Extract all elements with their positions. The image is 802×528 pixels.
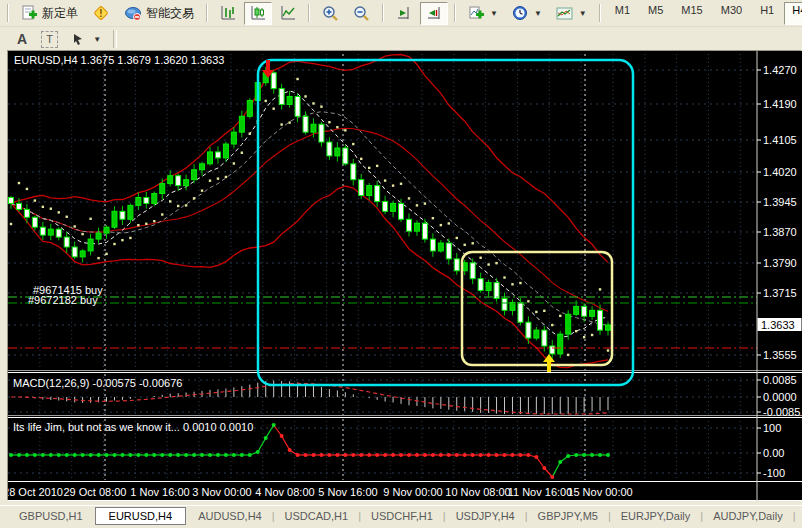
- chart-shift-icon: [426, 5, 442, 21]
- template-icon: [556, 6, 574, 21]
- toolbar-drawing: A T ▼: [0, 27, 802, 51]
- svg-text:10 Nov 08:00: 10 Nov 08:00: [445, 486, 510, 498]
- timeframe-button-m30[interactable]: M30: [713, 2, 750, 25]
- chart-tab-usdjpy[interactable]: USDJPY,H4: [447, 508, 524, 524]
- chart-tab-usdchf[interactable]: USDCHF,H1: [362, 508, 442, 524]
- svg-text:15 Nov 00:00: 15 Nov 00:00: [567, 486, 632, 498]
- candlestick-mode-button[interactable]: [244, 2, 272, 25]
- chart-tab-eurjpy[interactable]: EURJPY,Daily: [612, 508, 700, 524]
- indicators-button[interactable]: ▼: [462, 2, 504, 25]
- svg-text:1.3790: 1.3790: [763, 257, 797, 269]
- text-label-icon: T: [41, 31, 58, 48]
- zoom-in-button[interactable]: [316, 2, 345, 25]
- bar-chart-mode-button[interactable]: [214, 2, 242, 25]
- timeframe-button-m15[interactable]: M15: [673, 2, 710, 25]
- tab-separator: |: [358, 510, 361, 522]
- svg-text:0.00: 0.00: [763, 447, 784, 459]
- svg-text:1.4190: 1.4190: [763, 98, 797, 110]
- dropdown-caret-icon: ▼: [534, 9, 542, 18]
- svg-text:1.4020: 1.4020: [763, 166, 797, 178]
- svg-text:1 Nov 16:00: 1 Nov 16:00: [130, 486, 189, 498]
- svg-text:28 Oct 2010: 28 Oct 2010: [8, 486, 63, 498]
- clock-icon: [512, 5, 529, 22]
- line-chart-icon: [280, 5, 296, 21]
- svg-text:4 Nov 08:00: 4 Nov 08:00: [255, 486, 314, 498]
- text-tool-icon: A: [17, 31, 27, 47]
- timeframe-button-h4[interactable]: H4: [784, 2, 802, 25]
- svg-text:0.0085: 0.0085: [763, 374, 797, 386]
- zoom-out-icon: [353, 5, 370, 22]
- timeframe-group: M1M5M15M30H1H4D1W1MN: [606, 2, 802, 25]
- text-label-tool-button[interactable]: T: [35, 28, 64, 51]
- svg-text:1.4270: 1.4270: [763, 64, 797, 76]
- svg-text:1.3555: 1.3555: [763, 349, 797, 361]
- dropdown-caret-icon: ▼: [93, 35, 101, 44]
- toolbar-separator: [113, 30, 117, 48]
- expert-advisors-button[interactable]: 智能交易: [118, 2, 200, 25]
- chart-shift-button[interactable]: [420, 2, 448, 25]
- chart-tab-usdcad[interactable]: USDCAD,H1: [276, 508, 358, 524]
- candlestick-icon: [250, 5, 266, 21]
- svg-text:5 Nov 16:00: 5 Nov 16:00: [318, 486, 377, 498]
- svg-text:1.3715: 1.3715: [763, 287, 797, 299]
- toolbar-separator: [206, 4, 208, 22]
- svg-text:!: !: [99, 8, 102, 19]
- timeframe-button-m1[interactable]: M1: [607, 2, 638, 25]
- auto-scroll-icon: [396, 5, 412, 21]
- toolbar-separator: [599, 4, 601, 22]
- dropdown-caret-icon: ▼: [579, 9, 587, 18]
- svg-text:100: 100: [763, 422, 781, 434]
- chart-tab-gbpusd[interactable]: GBPUSD,H1: [10, 508, 92, 524]
- alert-button[interactable]: !: [86, 2, 116, 25]
- tab-separator: |: [793, 510, 796, 522]
- chart-tab-eurusi[interactable]: EURUSI: [797, 508, 802, 524]
- new-order-icon: [21, 5, 38, 22]
- svg-text:-0.0085: -0.0085: [763, 406, 800, 418]
- text-tool-button[interactable]: A: [11, 28, 33, 51]
- chart-tab-eurusd[interactable]: EURUSD,H4: [95, 507, 187, 525]
- timeframe-button-h1[interactable]: H1: [752, 2, 782, 25]
- tab-separator: |: [700, 510, 703, 522]
- tab-separator: |: [525, 510, 528, 522]
- chart-tab-audusd[interactable]: AUDUSD,H4: [189, 508, 271, 524]
- auto-scroll-button[interactable]: [390, 2, 418, 25]
- arrows-tool-button[interactable]: ▼: [66, 28, 107, 51]
- zoom-in-icon: [322, 5, 339, 22]
- chart-tab-gbpjpy[interactable]: GBPJPY,M5: [529, 508, 607, 524]
- chart-tabs-bar: GBPUSD,H1EURUSD,H4AUDUSD,H4|USDCAD,H1|US…: [0, 505, 802, 526]
- price-chart[interactable]: 1.42701.41901.41051.40201.39451.38701.37…: [8, 51, 802, 501]
- svg-text:9 Nov 00:00: 9 Nov 00:00: [383, 486, 442, 498]
- svg-text:29 Oct 08:00: 29 Oct 08:00: [64, 486, 127, 498]
- tab-separator: |: [272, 510, 275, 522]
- line-chart-mode-button[interactable]: [274, 2, 302, 25]
- toolbar-separator: [308, 4, 310, 22]
- toolbar-separator: [7, 4, 9, 22]
- warning-icon: !: [92, 4, 110, 22]
- chart-tab-audjpy[interactable]: AUDJPY,Daily: [704, 508, 792, 524]
- dropdown-caret-icon: ▼: [490, 9, 498, 18]
- new-order-button[interactable]: 新定单: [15, 2, 84, 25]
- templates-button[interactable]: ▼: [550, 2, 593, 25]
- svg-text:1.3870: 1.3870: [763, 226, 797, 238]
- timeframe-button-m5[interactable]: M5: [640, 2, 671, 25]
- toolbar-main: 新定单 ! 智能交易: [0, 0, 802, 27]
- svg-text:3 Nov 00:00: 3 Nov 00:00: [192, 486, 251, 498]
- toolbar-separator: [382, 4, 384, 22]
- mt4-window: { "colors":{ "toolbar_bg":"#ece9d8","cha…: [0, 0, 802, 528]
- svg-text:1.3633: 1.3633: [761, 319, 795, 331]
- zoom-out-button[interactable]: [347, 2, 376, 25]
- svg-text:-100: -100: [763, 467, 785, 479]
- svg-text:1.4105: 1.4105: [763, 134, 797, 146]
- tab-separator: |: [608, 510, 611, 522]
- periods-button[interactable]: ▼: [506, 2, 548, 25]
- chart-window[interactable]: 1.42701.41901.41051.40201.39451.38701.37…: [8, 51, 802, 501]
- expert-advisors-label: 智能交易: [146, 5, 194, 22]
- toolbar-separator: [454, 4, 456, 22]
- svg-text:11 Nov 16:00: 11 Nov 16:00: [508, 486, 573, 498]
- svg-text:0.0000: 0.0000: [763, 391, 797, 403]
- new-order-label: 新定单: [42, 5, 78, 22]
- tab-separator: |: [443, 510, 446, 522]
- bar-chart-icon: [220, 5, 236, 21]
- arrow-tool-icon: [72, 32, 88, 46]
- add-indicator-icon: [468, 5, 485, 21]
